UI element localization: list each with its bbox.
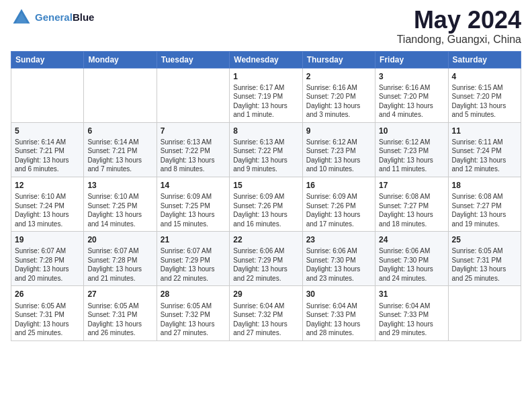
calendar-cell (448, 286, 521, 340)
sunrise: Sunrise: 6:04 AM (306, 302, 371, 311)
cell-content: 30Sunrise: 6:04 AMSunset: 7:33 PMDayligh… (306, 289, 371, 337)
cell-content: 19Sunrise: 6:07 AMSunset: 7:28 PMDayligh… (15, 234, 80, 283)
calendar-cell (11, 68, 84, 122)
day-number: 9 (306, 126, 371, 136)
daylight-hours: Daylight: 13 hours and 5 minutes. (452, 101, 517, 120)
calendar-cell: 8Sunrise: 6:13 AMSunset: 7:22 PMDaylight… (230, 122, 302, 177)
sunset: Sunset: 7:27 PM (379, 201, 444, 211)
sunrise: Sunrise: 6:10 AM (87, 192, 152, 201)
cell-content: 4Sunrise: 6:15 AMSunset: 7:20 PMDaylight… (452, 71, 517, 120)
calendar-cell: 23Sunrise: 6:06 AMSunset: 7:30 PMDayligh… (302, 232, 375, 286)
sunset: Sunset: 7:29 PM (233, 256, 298, 265)
calendar-cell: 12Sunrise: 6:10 AMSunset: 7:24 PMDayligh… (11, 177, 84, 231)
sunset: Sunset: 7:31 PM (15, 310, 80, 320)
sunrise: Sunrise: 6:16 AM (379, 83, 444, 93)
sunrise: Sunrise: 6:09 AM (233, 192, 298, 201)
weekday-header-cell: Saturday (448, 51, 521, 68)
sunset: Sunset: 7:26 PM (306, 201, 371, 211)
weekday-header-cell: Sunday (11, 51, 84, 68)
daylight-hours: Daylight: 13 hours and 22 minutes. (233, 265, 298, 283)
calendar-cell (84, 68, 157, 122)
sunset: Sunset: 7:24 PM (452, 146, 517, 156)
sunset: Sunset: 7:20 PM (306, 92, 371, 101)
sunset: Sunset: 7:21 PM (15, 146, 80, 156)
sunset: Sunset: 7:33 PM (306, 310, 371, 320)
calendar-cell: 28Sunrise: 6:05 AMSunset: 7:32 PMDayligh… (157, 286, 229, 340)
day-number: 16 (306, 180, 371, 191)
sunrise: Sunrise: 6:07 AM (161, 246, 226, 256)
sunrise: Sunrise: 6:10 AM (15, 192, 80, 201)
weekday-header-cell: Friday (375, 51, 448, 68)
location: Tiandong, Guangxi, China (397, 34, 521, 46)
sunset: Sunset: 7:33 PM (379, 310, 444, 320)
calendar-week-row: 5Sunrise: 6:14 AMSunset: 7:21 PMDaylight… (11, 122, 521, 177)
cell-content: 13Sunrise: 6:10 AMSunset: 7:25 PMDayligh… (87, 180, 152, 228)
sunrise: Sunrise: 6:08 AM (379, 192, 444, 201)
sunrise: Sunrise: 6:17 AM (233, 83, 298, 93)
calendar-cell: 31Sunrise: 6:04 AMSunset: 7:33 PMDayligh… (375, 286, 448, 340)
calendar-cell: 2Sunrise: 6:16 AMSunset: 7:20 PMDaylight… (302, 68, 375, 122)
daylight-hours: Daylight: 13 hours and 27 minutes. (161, 320, 226, 338)
daylight-hours: Daylight: 13 hours and 13 minutes. (15, 210, 80, 228)
cell-content: 29Sunrise: 6:04 AMSunset: 7:32 PMDayligh… (233, 289, 298, 337)
daylight-hours: Daylight: 13 hours and 21 minutes. (87, 265, 152, 283)
daylight-hours: Daylight: 13 hours and 24 minutes. (379, 265, 444, 283)
daylight-hours: Daylight: 13 hours and 9 minutes. (233, 156, 298, 174)
cell-content: 23Sunrise: 6:06 AMSunset: 7:30 PMDayligh… (306, 234, 371, 283)
calendar-week-row: 26Sunrise: 6:05 AMSunset: 7:31 PMDayligh… (11, 286, 521, 340)
calendar-cell: 21Sunrise: 6:07 AMSunset: 7:29 PMDayligh… (157, 232, 229, 286)
calendar-cell: 18Sunrise: 6:08 AMSunset: 7:27 PMDayligh… (448, 177, 521, 231)
calendar-cell: 6Sunrise: 6:14 AMSunset: 7:21 PMDaylight… (84, 122, 157, 177)
day-number: 3 (379, 71, 444, 82)
calendar-cell: 22Sunrise: 6:06 AMSunset: 7:29 PMDayligh… (230, 232, 302, 286)
day-number: 2 (306, 71, 371, 82)
daylight-hours: Daylight: 13 hours and 12 minutes. (452, 156, 517, 174)
month-title: May 2024 (397, 7, 521, 34)
calendar-cell: 7Sunrise: 6:13 AMSunset: 7:22 PMDaylight… (157, 122, 229, 177)
cell-content: 22Sunrise: 6:06 AMSunset: 7:29 PMDayligh… (233, 234, 298, 283)
cell-content: 20Sunrise: 6:07 AMSunset: 7:28 PMDayligh… (87, 234, 152, 283)
calendar-cell: 9Sunrise: 6:12 AMSunset: 7:23 PMDaylight… (302, 122, 375, 177)
day-number: 21 (161, 234, 226, 245)
sunset: Sunset: 7:25 PM (161, 201, 226, 211)
sunrise: Sunrise: 6:14 AM (15, 138, 80, 147)
sunrise: Sunrise: 6:09 AM (306, 192, 371, 201)
cell-content: 16Sunrise: 6:09 AMSunset: 7:26 PMDayligh… (306, 180, 371, 228)
calendar-table: SundayMondayTuesdayWednesdayThursdayFrid… (11, 51, 521, 341)
cell-content: 1Sunrise: 6:17 AMSunset: 7:19 PMDaylight… (233, 71, 298, 120)
day-number: 20 (87, 234, 152, 245)
day-number: 12 (15, 180, 80, 191)
weekday-header-cell: Thursday (302, 51, 375, 68)
calendar-week-row: 19Sunrise: 6:07 AMSunset: 7:28 PMDayligh… (11, 232, 521, 286)
cell-content: 17Sunrise: 6:08 AMSunset: 7:27 PMDayligh… (379, 180, 444, 228)
day-number: 27 (87, 289, 152, 300)
daylight-hours: Daylight: 13 hours and 14 minutes. (87, 210, 152, 228)
daylight-hours: Daylight: 13 hours and 8 minutes. (161, 156, 226, 174)
title-block: May 2024 Tiandong, Guangxi, China (397, 7, 521, 46)
day-number: 4 (452, 71, 517, 82)
sunrise: Sunrise: 6:14 AM (87, 138, 152, 147)
header: GeneralBlue May 2024 Tiandong, Guangxi, … (11, 7, 521, 46)
cell-content: 6Sunrise: 6:14 AMSunset: 7:21 PMDaylight… (87, 126, 152, 174)
cell-content: 28Sunrise: 6:05 AMSunset: 7:32 PMDayligh… (161, 289, 226, 337)
daylight-hours: Daylight: 13 hours and 20 minutes. (15, 265, 80, 283)
daylight-hours: Daylight: 13 hours and 18 minutes. (379, 210, 444, 228)
sunrise: Sunrise: 6:16 AM (306, 83, 371, 93)
sunrise: Sunrise: 6:12 AM (379, 138, 444, 147)
sunset: Sunset: 7:30 PM (306, 256, 371, 265)
sunset: Sunset: 7:22 PM (161, 146, 226, 156)
calendar-week-row: 1Sunrise: 6:17 AMSunset: 7:19 PMDaylight… (11, 68, 521, 122)
cell-content: 27Sunrise: 6:05 AMSunset: 7:31 PMDayligh… (87, 289, 152, 337)
sunrise: Sunrise: 6:07 AM (87, 246, 152, 256)
sunset: Sunset: 7:28 PM (87, 256, 152, 265)
day-number: 25 (452, 234, 517, 245)
sunset: Sunset: 7:30 PM (379, 256, 444, 265)
day-number: 26 (15, 289, 80, 300)
calendar-week-row: 12Sunrise: 6:10 AMSunset: 7:24 PMDayligh… (11, 177, 521, 231)
cell-content: 18Sunrise: 6:08 AMSunset: 7:27 PMDayligh… (452, 180, 517, 228)
cell-content: 31Sunrise: 6:04 AMSunset: 7:33 PMDayligh… (379, 289, 444, 337)
daylight-hours: Daylight: 13 hours and 19 minutes. (452, 210, 517, 228)
calendar-cell: 17Sunrise: 6:08 AMSunset: 7:27 PMDayligh… (375, 177, 448, 231)
cell-content: 10Sunrise: 6:12 AMSunset: 7:23 PMDayligh… (379, 126, 444, 174)
cell-content: 2Sunrise: 6:16 AMSunset: 7:20 PMDaylight… (306, 71, 371, 120)
